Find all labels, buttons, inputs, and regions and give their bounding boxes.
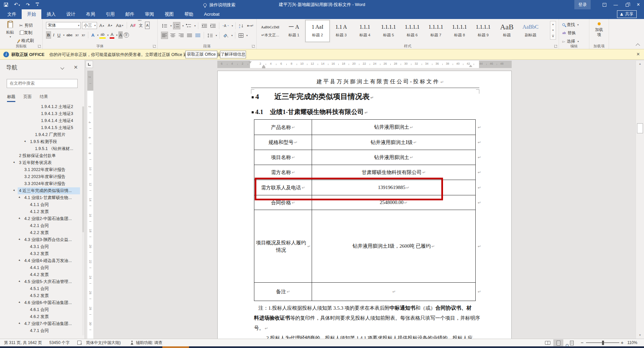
message-bar-close-icon[interactable]: ✕ [636, 52, 640, 57]
table-value-cell[interactable]: 钻井液用膨润土Ⅰ级，2600吨 已履约↵ [312, 210, 475, 282]
right-indent-marker[interactable] [469, 65, 472, 67]
clipboard-dialog-launcher[interactable] [38, 45, 41, 48]
zoom-level[interactable]: 110% [627, 339, 637, 346]
language-indicator[interactable]: 简体中文(中国大陆) [86, 339, 121, 346]
style-item-标题 7[interactable]: 1.1.1.1标题 7 [424, 20, 448, 42]
save-icon[interactable] [4, 3, 8, 7]
styles-more-button[interactable]: ▲▼▼ [550, 21, 556, 40]
nav-item[interactable]: 4.3.2 发票 [0, 250, 85, 257]
table-label-cell[interactable]: 产品名称↵ [254, 120, 312, 135]
tab-帮助[interactable]: 帮助 [179, 9, 199, 19]
tab-插入[interactable]: 插入 [41, 9, 61, 19]
nav-item[interactable]: 4.1.1 合同 [0, 201, 85, 208]
asian-layout-icon[interactable]: A [222, 22, 230, 29]
word-count[interactable]: 53450 个字 [49, 339, 70, 346]
customize-quick-access-icon[interactable]: ▾ [36, 3, 39, 7]
style-item-标题 3[interactable]: 1.1 A标题 3 [329, 20, 353, 42]
table-label-cell[interactable]: 规格和型号↵ [254, 135, 312, 150]
tab-引用[interactable]: 引用 [100, 9, 120, 19]
font-size-combo[interactable]: 小三▾ [82, 22, 97, 29]
zoom-in-button[interactable]: + [621, 339, 624, 346]
nav-item[interactable]: ▸4.1 业绩1-甘肃耀硕生物... [0, 194, 85, 201]
tab-Acrobat[interactable]: Acrobat [199, 9, 225, 19]
replace-button[interactable]: ab替换 [562, 30, 576, 36]
underline-button[interactable]: U [56, 31, 61, 39]
increase-indent-icon[interactable] [209, 22, 217, 29]
nav-item[interactable]: 4.2.1 合同 [0, 222, 85, 229]
vertical-ruler[interactable]: 224681012141618202224262830 [87, 71, 93, 339]
nav-item[interactable]: 3.2 2023年度审计报告 [0, 173, 85, 180]
copy-button[interactable]: 复制 [19, 29, 32, 36]
scrollbar-thumb[interactable] [637, 123, 643, 133]
table-label-cell[interactable]: 备注↵ [254, 283, 312, 301]
highlight-color-button[interactable]: ab [99, 31, 105, 39]
style-item-↵本文正...[interactable]: AaBbCcDdI↵本文正... [258, 20, 282, 42]
nav-item[interactable]: 4.1.2 发票 [0, 208, 85, 215]
nav-close-icon[interactable]: ✕ [74, 64, 78, 70]
nav-item[interactable]: ▸4 近三年完成的类似项目情... [0, 187, 85, 194]
shrink-font-button[interactable]: A▼ [107, 22, 114, 29]
document-scrollbar[interactable]: ▲ ▼ [636, 61, 644, 339]
styles-dialog-launcher[interactable] [554, 45, 557, 48]
collapse-arrow-icon[interactable]: ▸ [18, 280, 21, 283]
nav-item[interactable]: ▸4.6 业绩6-中国石油集团... [0, 299, 85, 306]
nav-item[interactable]: 4.5.1 合同 [0, 285, 85, 292]
table-label-cell[interactable]: 项目名称↵ [254, 150, 312, 165]
ribbon-display-options-icon[interactable]: ⌃ [599, 0, 610, 9]
nav-item[interactable]: 4.2.2 发票 [0, 229, 85, 236]
accessibility-status[interactable]: 辅助功能: 调查 [136, 339, 162, 346]
superscript-button[interactable]: x2 [81, 31, 86, 39]
style-item-标题 9[interactable]: 1.1.1.1标题 9 [471, 20, 495, 42]
tab-开始[interactable]: 开始 [22, 9, 41, 19]
find-button[interactable]: 查找▾ [562, 21, 579, 28]
nav-item[interactable]: 4.4.1 合同 [0, 264, 85, 271]
web-layout-button[interactable] [567, 339, 577, 346]
nav-options-chevron-icon[interactable] [60, 66, 64, 69]
share-button[interactable]: 共享 [617, 10, 637, 18]
nav-item[interactable]: ▸1.9.5 检测手段 [0, 138, 85, 145]
shading-icon[interactable] [222, 32, 229, 39]
tab-设计[interactable]: 设计 [61, 9, 81, 19]
nav-tab-结果[interactable]: 结果 [40, 94, 48, 100]
clear-formatting-button[interactable]: A [129, 22, 137, 29]
font-color-button[interactable]: A [110, 31, 115, 39]
tab-selector[interactable] [86, 61, 93, 68]
decrease-indent-icon[interactable] [201, 22, 208, 29]
nav-item[interactable]: 1.9.5.1 《钻井液材... [0, 145, 85, 152]
nav-item[interactable]: 3.3 2024年度审计报告 [0, 180, 85, 187]
style-item-标题 2[interactable]: 1 AaI标题 2 [306, 20, 329, 42]
borders-icon[interactable] [238, 32, 244, 39]
enclose-characters-button[interactable]: 字 [124, 32, 129, 38]
character-shading-button[interactable]: A [118, 31, 123, 39]
style-item-副标题[interactable]: AaBbC副标题 [519, 20, 542, 42]
sort-icon[interactable]: AZ [238, 22, 245, 29]
nav-item[interactable]: ▸4.3 业绩3-陕西合信众益... [0, 236, 85, 243]
collapse-ribbon-icon[interactable] [636, 43, 640, 48]
font-name-combo[interactable]: 宋体▾ [46, 22, 81, 29]
collapse-arrow-icon[interactable]: ▸ [13, 161, 16, 164]
table-value-cell[interactable]: 钻井液用膨润土↵ [312, 150, 475, 165]
paste-button[interactable]: 粘贴 ▾ [3, 21, 17, 38]
nav-item[interactable]: 1.9.4.1.2 土地证2 [0, 103, 85, 110]
get-genuine-office-button[interactable]: 获取正版 Office [185, 51, 217, 58]
bold-button[interactable]: B [46, 31, 51, 39]
nav-item[interactable]: ▸4.5 业绩5-大庆石油管理... [0, 278, 85, 285]
align-right-icon[interactable] [178, 32, 185, 39]
distribute-icon[interactable] [194, 32, 201, 39]
collapse-arrow-icon[interactable]: ▸ [18, 301, 21, 304]
collapse-arrow-icon[interactable]: ▸ [13, 189, 16, 192]
table-value-cell[interactable]: 钻井液用膨润土↵ [312, 120, 475, 135]
tab-审阅[interactable]: 审阅 [140, 9, 159, 19]
text-effects-button[interactable]: A [90, 31, 95, 39]
tab-邮件[interactable]: 邮件 [120, 9, 140, 19]
minimize-button[interactable]: — [610, 0, 621, 9]
table-value-cell[interactable]: 钻井液用膨润土Ⅰ级↵ [312, 135, 475, 150]
nav-item[interactable]: 4.7.1 合同 [0, 327, 85, 334]
restore-button[interactable] [621, 0, 633, 9]
table-value-cell[interactable]: ↵ [312, 283, 475, 301]
left-indent-marker[interactable] [262, 67, 265, 68]
format-painter-button[interactable]: 格式刷 [18, 37, 34, 44]
nav-scrollbar[interactable] [82, 106, 84, 335]
multilevel-list-icon[interactable] [185, 22, 192, 29]
nav-item[interactable]: 2 投标保证金付款单 [0, 152, 85, 159]
